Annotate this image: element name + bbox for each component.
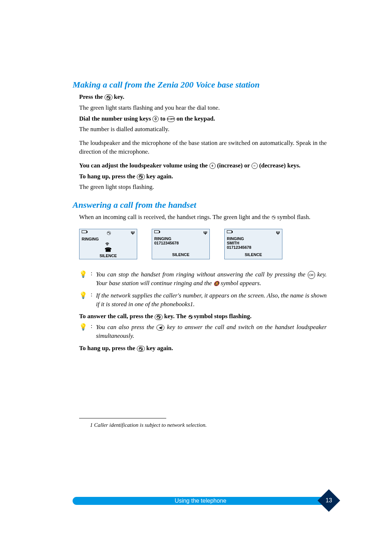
antenna-icon: Ψ: [131, 230, 135, 236]
instruction-line: To hang up, press the ✆ key again.: [73, 344, 327, 353]
call-key-icon: ✆: [137, 174, 145, 180]
lightbulb-icon: 💡: [79, 291, 87, 309]
text: When an incoming call is received, the h…: [79, 214, 271, 220]
call-key-icon: ✆: [105, 94, 113, 100]
instruction-line: To answer the call, press the ✆ key. The…: [73, 312, 327, 321]
text: You can stop the handset from ringing wi…: [96, 271, 307, 278]
key-plus-icon: +: [209, 163, 216, 169]
text: You can also press the: [96, 324, 156, 331]
tip-block: 💡 : You can stop the handset from ringin…: [73, 270, 327, 288]
tip-text: You can stop the handset from ringing wi…: [96, 270, 327, 288]
text: Dial the number using keys: [79, 115, 152, 122]
text: key again.: [146, 345, 173, 352]
body-text: The number is dialled automatically.: [73, 125, 327, 134]
call-key-icon: ✆: [137, 346, 145, 352]
text: symbol appears.: [221, 280, 261, 287]
instruction-line: You can adjust the loudspeaker volume us…: [73, 161, 327, 170]
screen-line: RINGING: [227, 236, 280, 241]
page-number-diamond: 13: [318, 489, 340, 512]
tip-block: 💡 : You can also press the ◀) key to ans…: [73, 323, 327, 340]
text: (increase) or: [217, 162, 252, 169]
screen-line: SMITH: [227, 241, 280, 245]
screen-line: 01712345678: [227, 245, 280, 250]
call-key-icon: ✆: [155, 314, 163, 320]
instruction-line: Press the ✆ key.: [73, 93, 327, 101]
section-heading: Answering a call from the handset: [73, 200, 327, 210]
tip-colon: :: [91, 291, 92, 309]
battery-icon: [154, 230, 159, 233]
lightbulb-icon: 💡: [79, 323, 87, 340]
screen-line: RINGING: [154, 236, 207, 241]
body-text: The green light stops flashing.: [73, 183, 327, 191]
screen-display: Ψ RINGING SMITH 01712345678 SILENCE: [224, 229, 282, 259]
text: to: [160, 115, 167, 122]
tip-colon: :: [91, 270, 92, 288]
battery-icon: [227, 230, 232, 233]
footnote-separator: [79, 418, 166, 418]
text: Press the: [79, 93, 105, 100]
screen-footer: SILENCE: [225, 252, 282, 258]
page-number: 13: [326, 497, 332, 504]
screen-footer: SILENCE: [79, 254, 137, 259]
text: To answer the call, press the: [79, 313, 155, 320]
footnote-text: 1 Caller identification is subject to ne…: [73, 422, 327, 428]
phone-shape-icon: ᯤ☎: [82, 241, 135, 253]
body-text: When an incoming call is received, the h…: [73, 213, 327, 222]
battery-icon: [82, 230, 87, 233]
screen-display: ✆ Ψ RINGING ᯤ☎ SILENCE: [79, 229, 137, 259]
tip-colon: :: [91, 323, 92, 340]
key-zero-icon: 0: [152, 116, 159, 122]
lightbulb-icon: 💡: [79, 270, 87, 288]
text: symbol flash.: [277, 214, 311, 220]
text: key. The: [164, 313, 188, 320]
footer-bar: Using the telephone: [73, 497, 328, 505]
text: symbol stops flashing.: [194, 313, 252, 320]
screen-line: 01712345678: [154, 241, 207, 245]
screen-display: Ψ RINGING 01712345678 SILENCE: [152, 229, 210, 259]
instruction-line: To hang up, press the ✆ key again.: [73, 172, 327, 181]
tip-block: 💡 : If the network supplies the caller's…: [73, 291, 327, 309]
section-heading: Making a call from the Zenia 200 Voice b…: [73, 80, 327, 90]
handset-icon: ✆: [106, 231, 112, 236]
tip-text: If the network supplies the caller's num…: [96, 291, 327, 309]
key-nine-off-icon: 9 OFF: [167, 116, 175, 122]
antenna-icon: Ψ: [276, 230, 280, 236]
text: (decrease) keys.: [259, 162, 301, 169]
key-minus-icon: −: [252, 163, 258, 169]
text: on the keypad.: [176, 115, 215, 122]
instruction-line: Dial the number using keys 0 to 9 OFF on…: [73, 114, 327, 123]
text: key.: [114, 93, 124, 100]
screen-footer: SILENCE: [152, 252, 209, 258]
text: To hang up, press the: [79, 173, 137, 180]
antenna-icon: Ψ: [203, 230, 207, 236]
bell-off-icon: 🔕: [213, 280, 219, 287]
tip-text: You can also press the ◀) key to answer …: [96, 323, 327, 340]
text: key again.: [146, 173, 173, 180]
ok-key-icon: OK: [308, 271, 315, 279]
text: You can adjust the loudspeaker volume us…: [79, 162, 209, 169]
body-text: The green light starts flashing and you …: [73, 104, 327, 112]
body-text: The loudspeaker and the microphone of th…: [73, 139, 327, 156]
text: To hang up, press the: [79, 345, 137, 352]
speaker-key-icon: ◀): [156, 325, 164, 331]
screen-examples-row: ✆ Ψ RINGING ᯤ☎ SILENCE Ψ RINGING 0171234…: [79, 229, 327, 259]
